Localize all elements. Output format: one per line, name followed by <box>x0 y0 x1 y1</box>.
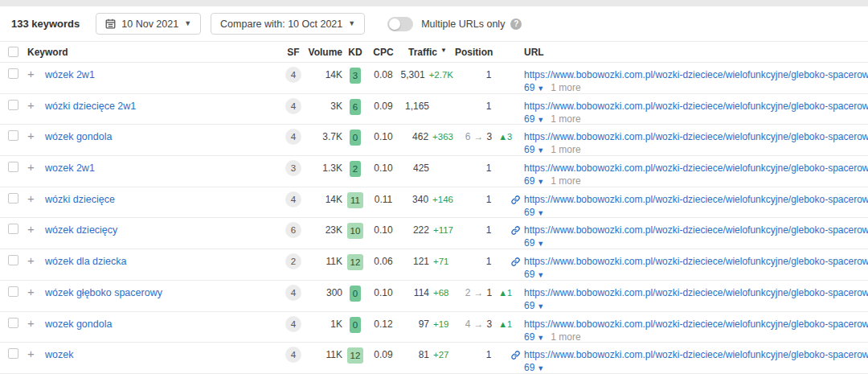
keyword-link[interactable]: wózki dziecięce 2w1 <box>45 101 136 112</box>
url-link[interactable]: https://www.bobowozki.com.pl/wozki-dziec… <box>524 256 868 267</box>
url-link[interactable]: https://www.bobowozki.com.pl/wozki-dziec… <box>524 69 868 80</box>
row-checkbox[interactable] <box>8 286 18 297</box>
serp-features-badge[interactable]: 4 <box>285 67 301 83</box>
external-link-icon[interactable] <box>511 257 520 269</box>
serp-features-badge[interactable]: 2 <box>285 253 301 269</box>
url-link-wrap[interactable]: 69 <box>524 331 534 343</box>
row-checkbox[interactable] <box>8 255 18 265</box>
add-keyword-icon[interactable]: + <box>27 160 35 174</box>
url-dropdown-icon[interactable]: ▼ <box>537 334 544 342</box>
more-urls-link[interactable]: 1 more <box>551 144 580 155</box>
keyword-link[interactable]: wózek dla dziecka <box>45 256 126 267</box>
row-checkbox[interactable] <box>8 318 18 328</box>
position-current: 1 <box>486 162 492 174</box>
header-traffic[interactable]: Traffic▼ <box>399 47 453 58</box>
url-dropdown-icon[interactable]: ▼ <box>537 84 544 92</box>
row-checkbox[interactable] <box>8 100 18 110</box>
row-checkbox[interactable] <box>8 130 18 141</box>
url-link[interactable]: https://www.bobowozki.com.pl/wozki-dziec… <box>524 224 868 236</box>
url-link-wrap[interactable]: 69 <box>524 82 534 93</box>
url-link-wrap[interactable]: 69 <box>524 269 534 280</box>
url-link[interactable]: https://www.bobowozki.com.pl/wozki-dziec… <box>524 287 868 298</box>
date-picker-button[interactable]: 10 Nov 2021 ▼ <box>96 13 201 35</box>
serp-features-badge[interactable]: 4 <box>285 98 301 114</box>
header-keyword[interactable]: Keyword <box>27 47 280 58</box>
serp-features-badge[interactable]: 6 <box>285 222 301 238</box>
serp-features-badge[interactable]: 4 <box>285 285 301 301</box>
row-checkbox[interactable] <box>8 193 18 203</box>
add-keyword-icon[interactable]: + <box>27 67 35 80</box>
add-keyword-icon[interactable]: + <box>27 98 35 112</box>
url-link[interactable]: https://www.bobowozki.com.pl/wozki-dziec… <box>524 349 868 360</box>
top-strip <box>0 0 868 6</box>
url-dropdown-icon[interactable]: ▼ <box>537 302 544 310</box>
header-sf[interactable]: SF <box>280 47 307 58</box>
position-arrow-icon: → <box>473 287 483 298</box>
add-keyword-icon[interactable]: + <box>27 285 35 298</box>
url-link-wrap[interactable]: 69 <box>524 237 534 249</box>
select-all-checkbox[interactable] <box>8 47 18 57</box>
url-link-wrap[interactable]: 69 <box>524 300 534 311</box>
url-dropdown-icon[interactable]: ▼ <box>537 178 544 186</box>
serp-features-badge[interactable]: 4 <box>285 316 301 332</box>
position-current: 3 <box>486 131 492 142</box>
add-keyword-icon[interactable]: + <box>27 347 35 360</box>
header-volume[interactable]: Volume <box>307 47 342 58</box>
help-icon[interactable]: ? <box>510 18 522 30</box>
url-dropdown-icon[interactable]: ▼ <box>537 209 544 217</box>
add-keyword-icon[interactable]: + <box>27 129 35 142</box>
url-dropdown-icon[interactable]: ▼ <box>537 116 544 124</box>
url-dropdown-icon[interactable]: ▼ <box>537 146 544 154</box>
keyword-link[interactable]: wozek <box>45 349 73 360</box>
url-link-wrap[interactable]: 69 <box>524 144 534 155</box>
external-link-icon[interactable] <box>511 195 520 208</box>
traffic-cell: 81 +27 <box>399 343 453 361</box>
url-link[interactable]: https://www.bobowozki.com.pl/wozki-dziec… <box>524 101 868 112</box>
add-keyword-icon[interactable]: + <box>27 191 35 205</box>
keyword-link[interactable]: wózek dziecięcy <box>45 224 117 236</box>
row-checkbox[interactable] <box>8 162 18 172</box>
url-link[interactable]: https://www.bobowozki.com.pl/wozki-dziec… <box>524 131 868 142</box>
more-urls-link[interactable]: 1 more <box>551 175 580 187</box>
more-urls-link[interactable]: 1 more <box>551 82 580 93</box>
serp-features-badge[interactable]: 4 <box>285 191 301 208</box>
keyword-link[interactable]: wózek głęboko spacerowy <box>45 287 162 298</box>
compare-button[interactable]: Compare with: 10 Oct 2021 ▼ <box>211 13 365 35</box>
url-dropdown-icon[interactable]: ▼ <box>537 271 544 279</box>
sort-desc-icon: ▼ <box>440 47 447 58</box>
keyword-link[interactable]: wózki dziecięce <box>45 194 115 205</box>
keyword-link[interactable]: wózek gondola <box>45 131 112 142</box>
add-keyword-icon[interactable]: + <box>27 253 35 267</box>
more-urls-link[interactable]: 1 more <box>551 331 580 343</box>
url-link-wrap[interactable]: 69 <box>524 207 534 218</box>
url-link-wrap[interactable]: 69 <box>524 113 534 125</box>
header-url[interactable]: URL <box>524 47 860 58</box>
url-link[interactable]: https://www.bobowozki.com.pl/wozki-dziec… <box>524 319 868 330</box>
keyword-link[interactable]: wozek gondola <box>45 319 112 330</box>
add-keyword-icon[interactable]: + <box>27 222 35 236</box>
keyword-link[interactable]: wózek 2w1 <box>45 69 95 80</box>
url-link-wrap[interactable]: 69 <box>524 362 534 373</box>
url-link[interactable]: https://www.bobowozki.com.pl/wozki-dziec… <box>524 194 868 205</box>
position-current: 1 <box>486 349 492 360</box>
external-link-icon[interactable] <box>511 350 520 363</box>
traffic-change: +146 <box>432 193 453 206</box>
multiple-urls-toggle[interactable] <box>387 17 413 31</box>
row-checkbox[interactable] <box>8 68 18 79</box>
serp-features-badge[interactable]: 4 <box>285 347 301 363</box>
url-link-wrap[interactable]: 69 <box>524 175 534 187</box>
keyword-link[interactable]: wozek 2w1 <box>45 162 95 174</box>
header-kd[interactable]: KD <box>342 47 368 58</box>
row-checkbox[interactable] <box>8 348 18 359</box>
serp-features-badge[interactable]: 4 <box>285 129 301 145</box>
header-cpc[interactable]: CPC <box>368 47 399 58</box>
external-link-icon[interactable] <box>511 225 520 238</box>
header-position[interactable]: Position <box>453 47 524 58</box>
row-checkbox[interactable] <box>8 224 18 234</box>
add-keyword-icon[interactable]: + <box>27 316 35 330</box>
url-link[interactable]: https://www.bobowozki.com.pl/wozki-dziec… <box>524 162 868 174</box>
url-dropdown-icon[interactable]: ▼ <box>537 240 544 248</box>
url-dropdown-icon[interactable]: ▼ <box>537 364 544 372</box>
more-urls-link[interactable]: 1 more <box>551 113 580 125</box>
serp-features-badge[interactable]: 3 <box>285 160 301 176</box>
